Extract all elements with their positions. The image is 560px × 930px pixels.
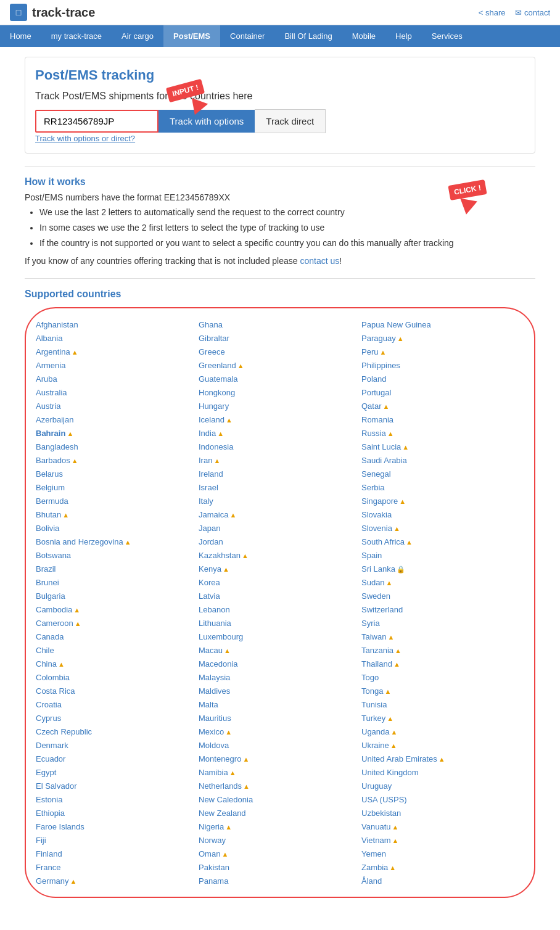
country-link[interactable]: Ghana [199, 320, 223, 329]
country-link[interactable]: Iran [199, 456, 212, 465]
country-link[interactable]: Poland [361, 374, 386, 384]
country-link[interactable]: Namibia [199, 768, 228, 777]
country-link[interactable]: New Caledonia [199, 795, 253, 804]
country-link[interactable]: Brunei [36, 578, 59, 587]
country-link[interactable]: Vietnam [361, 836, 390, 845]
country-link[interactable]: Aruba [36, 374, 57, 384]
country-link[interactable]: Australia [36, 388, 67, 397]
country-link[interactable]: United Kingdom [361, 768, 419, 777]
country-link[interactable]: Macau [199, 646, 223, 655]
country-link[interactable]: Austria [36, 401, 60, 411]
country-link[interactable]: Brazil [36, 564, 56, 574]
country-link[interactable]: Cambodia [36, 605, 72, 614]
country-link[interactable]: El Salvador [36, 781, 76, 791]
nav-my-track-trace[interactable]: my track-trace [41, 25, 112, 47]
country-link[interactable]: Saudi Arabia [361, 456, 407, 465]
nav-air-cargo[interactable]: Air cargo [112, 25, 163, 47]
country-link[interactable]: Singapore [361, 496, 398, 506]
country-link[interactable]: Lebanon [199, 605, 230, 614]
country-link[interactable]: India [199, 429, 216, 438]
tracking-input[interactable] [35, 110, 159, 133]
country-link[interactable]: Luxembourg [199, 632, 243, 641]
country-link[interactable]: Portugal [361, 388, 391, 397]
country-link[interactable]: Slovakia [361, 510, 392, 519]
country-link[interactable]: Mauritius [199, 714, 231, 723]
country-link[interactable]: Malaysia [199, 673, 230, 682]
contact-us-link[interactable]: contact us [300, 256, 339, 266]
country-link[interactable]: Czech Republic [36, 727, 92, 736]
country-link[interactable]: United Arab Emirates [361, 754, 437, 763]
country-link[interactable]: Finland [36, 849, 62, 858]
country-link[interactable]: Sweden [361, 591, 390, 601]
country-link[interactable]: USA (USPS) [361, 795, 407, 804]
country-link[interactable]: France [36, 863, 60, 872]
country-link[interactable]: Ethiopia [36, 809, 65, 818]
country-link[interactable]: Yemen [361, 849, 386, 858]
country-link[interactable]: Greece [199, 347, 225, 356]
country-link[interactable]: Hongkong [199, 388, 235, 397]
country-link[interactable]: Cyprus [36, 714, 61, 723]
country-link[interactable]: Italy [199, 496, 213, 506]
country-link[interactable]: Tunisia [361, 700, 387, 709]
country-link[interactable]: Chile [36, 646, 54, 655]
country-link[interactable]: Faroe Islands [36, 822, 84, 831]
country-link[interactable]: Uruguay [361, 781, 392, 791]
country-link[interactable]: Cameroon [36, 619, 73, 628]
track-options-button[interactable]: Track with options [159, 110, 255, 133]
country-link[interactable]: Vanuatu [361, 822, 390, 831]
track-direct-button[interactable]: Track direct [255, 109, 326, 133]
country-link[interactable]: Netherlands [199, 781, 242, 791]
country-link[interactable]: Nigeria [199, 822, 224, 831]
country-link[interactable]: Switzerland [361, 605, 403, 614]
country-link[interactable]: Colombia [36, 673, 70, 682]
country-link[interactable]: Peru [361, 347, 378, 356]
country-link[interactable]: Botswana [36, 551, 71, 560]
nav-container[interactable]: Container [220, 25, 274, 47]
country-link[interactable]: Fiji [36, 836, 46, 845]
country-link[interactable]: Saint Lucia [361, 442, 401, 451]
country-link[interactable]: Zambia [361, 863, 388, 872]
country-link[interactable]: Uzbekistan [361, 809, 401, 818]
country-link[interactable]: Armenia [36, 361, 65, 370]
country-link[interactable]: Turkey [361, 714, 385, 723]
contact-button[interactable]: ✉ contact [515, 8, 550, 17]
country-link[interactable]: Jordan [199, 537, 223, 546]
country-link[interactable]: Kazakhstan [199, 551, 241, 560]
share-button[interactable]: < share [479, 8, 506, 17]
country-link[interactable]: Kenya [199, 564, 221, 574]
country-link[interactable]: Azerbaijan [36, 415, 73, 424]
country-link[interactable]: Malta [199, 700, 218, 709]
nav-services[interactable]: Services [422, 25, 472, 47]
country-link[interactable]: Sudan [361, 578, 385, 587]
country-link[interactable]: Argentina [36, 347, 70, 356]
nav-help[interactable]: Help [385, 25, 422, 47]
country-link[interactable]: Uganda [361, 727, 390, 736]
country-link[interactable]: Montenegro [199, 754, 241, 763]
country-link[interactable]: Costa Rica [36, 686, 75, 696]
country-link[interactable]: Canada [36, 632, 64, 641]
country-link[interactable]: Latvia [199, 591, 220, 601]
nav-bill-of-lading[interactable]: Bill Of Lading [274, 25, 342, 47]
country-link[interactable]: Bahrain [36, 429, 65, 438]
country-link[interactable]: Taiwan [361, 632, 386, 641]
country-link[interactable]: Ireland [199, 469, 223, 479]
country-link[interactable]: Tanzania [361, 646, 393, 655]
country-link[interactable]: Slovenia [361, 524, 392, 533]
country-link[interactable]: Togo [361, 673, 379, 682]
country-link[interactable]: Egypt [36, 768, 56, 777]
track-hint-link[interactable]: Track with options or direct? [35, 134, 135, 143]
country-link[interactable]: Belarus [36, 469, 63, 479]
country-link[interactable]: Bhutan [36, 510, 61, 519]
country-link[interactable]: Romania [361, 415, 393, 424]
nav-mobile[interactable]: Mobile [342, 25, 385, 47]
country-link[interactable]: China [36, 659, 57, 669]
country-link[interactable]: Barbados [36, 456, 70, 465]
country-link[interactable]: Philippines [361, 361, 400, 370]
country-link[interactable]: Germany [36, 876, 68, 886]
country-link[interactable]: Sri Lanka [361, 564, 395, 574]
country-link[interactable]: Korea [199, 578, 220, 587]
country-link[interactable]: Hungary [199, 401, 229, 411]
country-link[interactable]: Ukraine [361, 741, 389, 750]
country-link[interactable]: Iceland [199, 415, 224, 424]
country-link[interactable]: Åland [361, 876, 382, 886]
